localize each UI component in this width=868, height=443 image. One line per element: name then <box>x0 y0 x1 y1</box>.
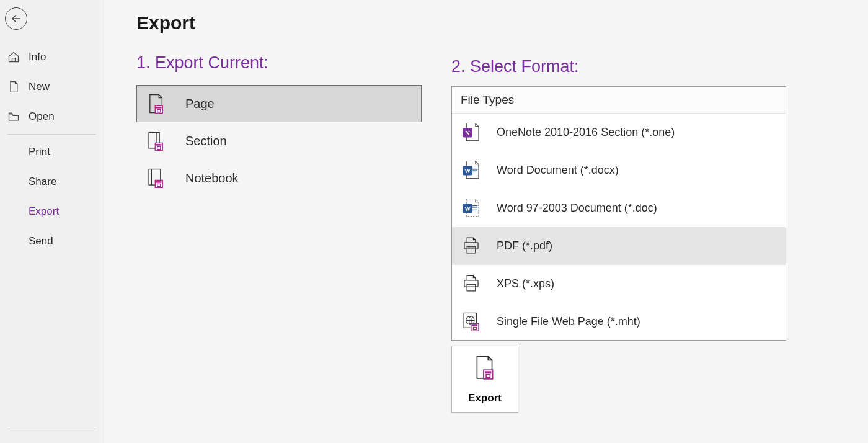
web-save-icon <box>461 311 482 332</box>
format-option-pdf[interactable]: PDF (*.pdf) <box>452 227 786 265</box>
format-option-mht[interactable]: Single File Web Page (*.mht) <box>452 303 786 340</box>
format-option-word-doc[interactable]: W Word 97-2003 Document (*.doc) <box>452 189 786 227</box>
printer-icon <box>461 235 482 256</box>
notebook-save-icon <box>146 168 167 189</box>
export-format-column: 2. Select Format: File Types N OneNote 2… <box>451 53 786 413</box>
sidebar-divider <box>7 429 96 429</box>
file-types-panel: File Types N OneNote 2010-2016 Section (… <box>451 86 786 341</box>
export-button[interactable]: Export <box>451 346 518 413</box>
svg-rect-20 <box>464 243 478 249</box>
sidebar-item-share[interactable]: Share <box>0 167 104 197</box>
word-legacy-icon: W <box>461 197 482 218</box>
sidebar-item-open[interactable]: Open <box>0 102 104 132</box>
format-option-word-docx[interactable]: W Word Document (*.docx) <box>452 151 786 189</box>
word-icon: W <box>461 159 482 181</box>
sidebar-item-label: Send <box>29 235 53 248</box>
arrow-left-icon <box>11 13 22 24</box>
onenote-icon: N <box>461 122 482 143</box>
sidebar-item-label: New <box>29 81 50 93</box>
sidebar-item-label: Info <box>29 51 46 63</box>
format-option-label: XPS (*.xps) <box>497 277 554 290</box>
format-option-label: PDF (*.pdf) <box>497 239 552 253</box>
export-format-heading: 2. Select Format: <box>451 57 786 76</box>
svg-rect-21 <box>467 247 476 253</box>
sidebar-item-export[interactable]: Export <box>0 197 104 226</box>
format-option-label: Single File Web Page (*.mht) <box>497 315 640 328</box>
file-types-header: File Types <box>452 87 786 114</box>
sidebar-item-new[interactable]: New <box>0 72 104 102</box>
svg-text:W: W <box>464 168 471 174</box>
export-button-label: Export <box>468 392 502 405</box>
svg-text:N: N <box>465 129 470 136</box>
page-icon <box>7 81 20 93</box>
page-title: Export <box>136 12 843 34</box>
sidebar-item-label: Print <box>29 146 50 158</box>
sidebar-item-info[interactable]: Info <box>0 42 104 72</box>
back-button[interactable] <box>5 7 27 30</box>
format-option-label: Word Document (*.docx) <box>497 164 619 177</box>
export-scope-heading: 1. Export Current: <box>136 53 422 73</box>
main-content: Export 1. Export Current: Page Section <box>104 0 868 443</box>
svg-text:W: W <box>464 205 471 212</box>
scope-option-label: Section <box>185 134 227 148</box>
scope-option-label: Page <box>185 97 215 111</box>
scope-option-page[interactable]: Page <box>136 85 422 122</box>
export-scope-column: 1. Export Current: Page Section <box>136 53 422 413</box>
scope-option-section[interactable]: Section <box>136 122 422 159</box>
backstage-sidebar: Info New Open Print Share Export Send <box>0 0 104 443</box>
scope-option-label: Notebook <box>185 171 239 186</box>
format-option-label: OneNote 2010-2016 Section (*.one) <box>497 126 675 139</box>
format-option-label: Word 97-2003 Document (*.doc) <box>497 202 657 215</box>
svg-rect-22 <box>464 280 478 287</box>
sidebar-item-label: Open <box>29 110 55 123</box>
folder-icon <box>7 110 20 123</box>
page-save-icon <box>146 93 167 114</box>
section-save-icon <box>146 130 167 151</box>
sidebar-item-print[interactable]: Print <box>0 137 104 167</box>
format-option-onenote[interactable]: N OneNote 2010-2016 Section (*.one) <box>452 114 786 151</box>
sidebar-item-label: Share <box>29 176 56 188</box>
sidebar-item-label: Export <box>29 205 59 218</box>
home-icon <box>7 51 20 63</box>
export-scope-list: Page Section Notebook <box>136 85 422 197</box>
sidebar-item-send[interactable]: Send <box>0 226 104 256</box>
printer-icon <box>461 273 482 294</box>
format-option-xps[interactable]: XPS (*.xps) <box>452 265 786 303</box>
scope-option-notebook[interactable]: Notebook <box>136 159 422 197</box>
sidebar-divider <box>7 134 96 135</box>
svg-rect-23 <box>467 285 476 291</box>
page-save-icon <box>472 354 498 383</box>
